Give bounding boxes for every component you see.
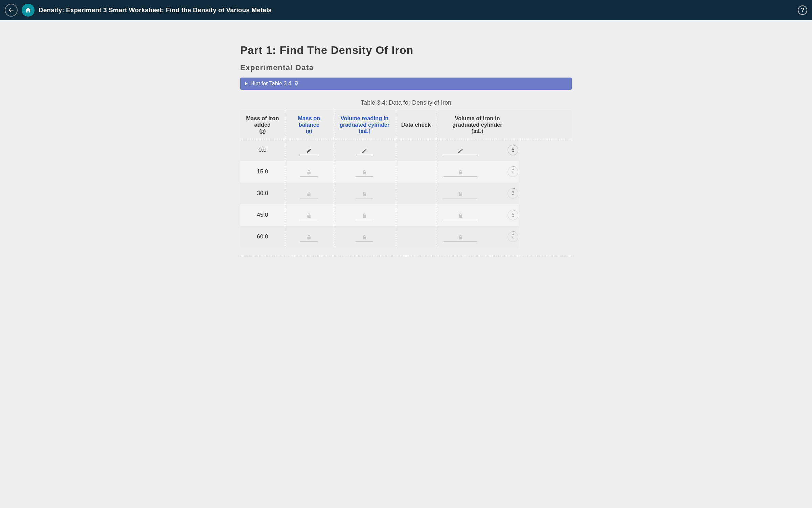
svg-point-1 — [508, 145, 518, 155]
arrow-left-icon — [8, 7, 14, 13]
cell-mass-on-balance — [285, 139, 333, 161]
lock-icon — [306, 235, 312, 240]
lock-icon — [458, 191, 463, 197]
col-header-mass-added: Mass of iron added (g) — [240, 110, 285, 139]
input-field-locked — [356, 167, 373, 177]
input-field-locked — [300, 188, 318, 198]
lock-icon — [458, 235, 463, 240]
cell-mass-added: 0.0 — [240, 139, 285, 161]
lock-icon — [306, 213, 312, 218]
lock-icon — [362, 191, 367, 197]
cell-volume-reading — [333, 161, 396, 183]
cell-data-check — [396, 226, 436, 248]
input-field-locked — [300, 232, 318, 242]
lock-icon — [362, 170, 367, 175]
pencil-icon — [306, 148, 312, 153]
cell-volume-reading — [333, 226, 396, 248]
cell-volume-reading — [333, 139, 396, 161]
input-field-locked — [300, 210, 318, 220]
cell-trailing — [519, 204, 572, 226]
svg-point-3 — [508, 188, 518, 198]
cell-mass-on-balance — [285, 183, 333, 204]
cell-data-check — [396, 139, 436, 161]
attempts-badge: 6 — [507, 231, 519, 242]
cell-volume-of-iron: 6 — [436, 139, 519, 161]
lock-icon — [306, 170, 312, 175]
cell-mass-added: 15.0 — [240, 161, 285, 183]
chevron-right-icon — [245, 82, 248, 85]
lock-icon — [458, 213, 463, 218]
col-header-volume-reading[interactable]: Volume reading in graduated cylinder (mL… — [333, 110, 396, 139]
cell-volume-reading — [333, 204, 396, 226]
cell-mass-on-balance — [285, 204, 333, 226]
input-field-editable[interactable] — [444, 145, 477, 155]
input-field-locked — [444, 210, 477, 220]
attempts-badge: 6 — [507, 209, 519, 221]
lock-icon — [362, 213, 367, 218]
table-row: 45.0 6 — [240, 204, 572, 226]
table-row: 15.0 6 — [240, 161, 572, 183]
cell-trailing — [519, 226, 572, 248]
lock-icon — [458, 170, 463, 175]
input-field-editable[interactable] — [300, 145, 318, 155]
cell-trailing — [519, 161, 572, 183]
input-field-locked — [444, 167, 477, 177]
table-caption: Table 3.4: Data for Density of Iron — [240, 99, 572, 106]
cell-data-check — [396, 161, 436, 183]
cell-data-check — [396, 204, 436, 226]
table-row: 0.0 6 — [240, 139, 572, 161]
cell-mass-on-balance — [285, 226, 333, 248]
cell-volume-of-iron: 6 — [436, 204, 519, 226]
input-field-locked — [356, 188, 373, 198]
section-title: Experimental Data — [240, 63, 572, 72]
cell-mass-on-balance — [285, 161, 333, 183]
svg-point-2 — [508, 166, 518, 176]
input-field-locked — [300, 167, 318, 177]
section-divider — [240, 256, 572, 256]
input-field-editable[interactable] — [356, 145, 373, 155]
lightbulb-icon — [294, 81, 299, 86]
lock-icon — [362, 235, 367, 240]
pencil-icon — [362, 148, 367, 153]
pencil-icon — [458, 148, 463, 153]
table-row: 30.0 6 — [240, 183, 572, 204]
col-header-mass-on-balance[interactable]: Mass on balance (g) — [285, 110, 333, 139]
back-button[interactable] — [5, 4, 18, 17]
page-title: Density: Experiment 3 Smart Worksheet: F… — [39, 6, 272, 14]
cell-mass-added: 60.0 — [240, 226, 285, 248]
lock-icon — [306, 191, 312, 197]
col-header-volume-of-iron: Volume of iron in graduated cylinder (mL… — [436, 110, 519, 139]
data-table: Mass of iron added (g) Mass on balance (… — [240, 110, 572, 248]
attempts-badge: 6 — [507, 188, 519, 199]
svg-point-4 — [508, 210, 518, 220]
cell-trailing — [519, 139, 572, 161]
cell-mass-added: 45.0 — [240, 204, 285, 226]
page-content: Part 1: Find The Density Of Iron Experim… — [237, 20, 575, 277]
input-field-locked — [356, 210, 373, 220]
part-title: Part 1: Find The Density Of Iron — [240, 44, 572, 57]
cell-volume-of-iron: 6 — [436, 161, 519, 183]
cell-volume-reading — [333, 183, 396, 204]
input-field-locked — [444, 232, 477, 242]
attempts-badge: 6 — [507, 166, 519, 177]
help-button[interactable]: ? — [798, 5, 807, 15]
cell-trailing — [519, 183, 572, 204]
attempts-badge: 6 — [507, 144, 519, 156]
home-button[interactable] — [22, 4, 35, 17]
app-bar: Density: Experiment 3 Smart Worksheet: F… — [0, 0, 812, 20]
svg-point-5 — [508, 231, 518, 241]
cell-volume-of-iron: 6 — [436, 226, 519, 248]
col-header-attempts — [519, 110, 572, 139]
home-icon — [25, 7, 31, 14]
cell-data-check — [396, 183, 436, 204]
col-header-data-check: Data check — [396, 110, 436, 139]
cell-mass-added: 30.0 — [240, 183, 285, 204]
input-field-locked — [356, 232, 373, 242]
table-row: 60.0 6 — [240, 226, 572, 248]
hint-label: Hint for Table 3.4 — [250, 81, 291, 87]
table-header-row: Mass of iron added (g) Mass on balance (… — [240, 110, 572, 139]
cell-volume-of-iron: 6 — [436, 183, 519, 204]
hint-toggle[interactable]: Hint for Table 3.4 — [240, 78, 572, 90]
input-field-locked — [444, 188, 477, 198]
